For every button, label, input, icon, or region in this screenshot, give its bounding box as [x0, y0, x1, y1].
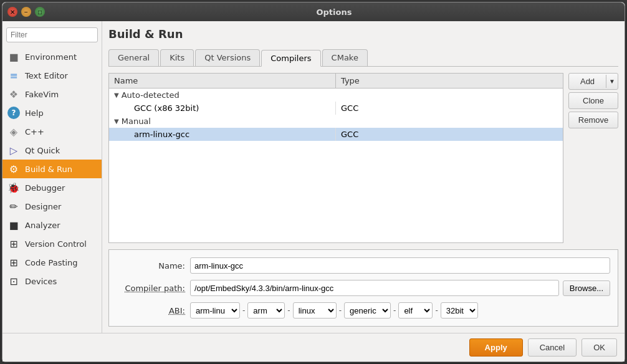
detail-form: Name: Compiler path: Browse... ABI: arm-… [108, 249, 618, 327]
sidebar-item-environment[interactable]: ■ Environment [2, 47, 102, 66]
table-row-selected[interactable]: arm-linux-gcc GCC [109, 128, 563, 141]
sidebar-item-fakevim[interactable]: ❖ FakeVim [2, 85, 102, 103]
tab-qt-versions[interactable]: Qt Versions [195, 49, 260, 66]
compiler-name-selected: arm-linux-gcc [109, 128, 336, 141]
sidebar-item-build-run[interactable]: ⚙ Build & Run [2, 160, 102, 178]
sidebar-item-label: Designer [25, 202, 61, 211]
triangle-icon: ▼ [114, 92, 119, 98]
sidebar-item-code-pasting[interactable]: ⊞ Code Pasting [2, 253, 102, 272]
footer: Apply Cancel OK [2, 333, 625, 362]
code-pasting-icon: ⊞ [7, 256, 20, 269]
abi-sep-2: - [287, 306, 290, 315]
main-area: Build & Run General Kits Qt Versions Com… [102, 21, 625, 333]
minimize-button[interactable]: − [21, 7, 31, 17]
compiler-table: Name Type ▼ Auto-detected GCC (x86 32bit… [108, 73, 563, 243]
add-label: Add [569, 74, 606, 89]
name-input[interactable] [190, 257, 610, 274]
sidebar-item-label: Analyzer [25, 221, 60, 230]
title-bar: ✕ − □ Options [2, 2, 625, 21]
browse-button[interactable]: Browse... [563, 280, 610, 296]
sidebar-item-qt-quick[interactable]: ▷ Qt Quick [2, 141, 102, 160]
tab-general[interactable]: General [108, 49, 159, 66]
fakevim-icon: ❖ [7, 88, 20, 100]
clone-button[interactable]: Clone [568, 92, 618, 109]
sidebar-item-devices[interactable]: ⊡ Devices [2, 272, 102, 290]
debugger-icon: 🐞 [7, 181, 20, 194]
compiler-type-selected: GCC [336, 128, 563, 141]
filter-box[interactable] [6, 27, 98, 42]
close-button[interactable]: ✕ [7, 7, 17, 17]
version-control-icon: ⊞ [7, 237, 20, 250]
sidebar-item-designer[interactable]: ✏ Designer [2, 197, 102, 216]
abi-width-select[interactable]: 32bit [441, 302, 478, 318]
compiler-table-section: Name Type ▼ Auto-detected GCC (x86 32bit… [108, 73, 563, 243]
add-arrow-icon: ▼ [606, 75, 618, 88]
designer-icon: ✏ [7, 200, 20, 213]
sidebar-item-analyzer[interactable]: ■ Analyzer [2, 216, 102, 234]
section-manual: ▼ Manual [109, 115, 563, 128]
sidebar-item-label: Debugger [25, 183, 65, 193]
section-auto-detected: ▼ Auto-detected [109, 89, 563, 102]
compiler-path-input[interactable] [190, 280, 559, 296]
tab-kits[interactable]: Kits [160, 49, 194, 66]
abi-sep-4: - [393, 306, 396, 315]
sidebar-item-debugger[interactable]: 🐞 Debugger [2, 178, 102, 197]
ok-button[interactable]: OK [582, 338, 617, 357]
page-title: Build & Run [108, 27, 618, 41]
tab-compilers[interactable]: Compilers [261, 50, 320, 67]
compiler-path-row: Compiler path: Browse... [117, 280, 610, 296]
build-run-icon: ⚙ [7, 163, 20, 175]
abi-sep-3: - [339, 306, 342, 315]
compiler-name: GCC (x86 32bit) [109, 102, 336, 115]
name-row: Name: [117, 257, 610, 274]
sidebar-item-label: Build & Run [25, 165, 72, 174]
compiler-type: GCC [336, 102, 563, 115]
cancel-button[interactable]: Cancel [528, 338, 577, 357]
sidebar-item-label: Text Editor [25, 71, 68, 80]
table-header: Name Type [109, 74, 563, 89]
text-editor-icon: ≡ [7, 69, 20, 82]
sidebar-item-label: Environment [25, 52, 77, 62]
compiler-buttons: Add ▼ Clone Remove [568, 73, 618, 243]
tab-cmake[interactable]: CMake [322, 49, 368, 66]
sidebar-item-text-editor[interactable]: ≡ Text Editor [2, 66, 102, 85]
sidebar-item-label: FakeVim [25, 90, 59, 99]
abi-format-select[interactable]: elf [398, 302, 433, 318]
triangle-icon: ▼ [114, 118, 119, 125]
qt-quick-icon: ▷ [7, 144, 20, 156]
abi-arch-select[interactable]: arm-linu [190, 302, 240, 318]
add-button[interactable]: Add ▼ [568, 73, 618, 90]
tab-content-compilers: Name Type ▼ Auto-detected GCC (x86 32bit… [108, 73, 618, 243]
abi-os-select[interactable]: arm [247, 302, 285, 318]
sidebar-item-label: C++ [25, 127, 44, 136]
table-row[interactable]: GCC (x86 32bit) GCC [109, 102, 563, 115]
filter-input[interactable] [6, 27, 98, 42]
abi-flavor-select[interactable]: linux [293, 302, 337, 318]
analyzer-icon: ■ [7, 219, 20, 231]
sidebar-item-cpp[interactable]: ◈ C++ [2, 122, 102, 141]
sidebar-item-label: Version Control [25, 239, 87, 249]
remove-button[interactable]: Remove [568, 112, 618, 128]
apply-button[interactable]: Apply [469, 338, 523, 357]
abi-variant-select[interactable]: generic [344, 302, 391, 318]
sidebar-item-label: Code Pasting [25, 258, 78, 267]
sidebar-item-version-control[interactable]: ⊞ Version Control [2, 234, 102, 253]
abi-row: ABI: arm-linu - arm - linux - [117, 302, 610, 318]
name-label: Name: [117, 261, 185, 271]
abi-label: ABI: [117, 306, 185, 315]
sidebar: ■ Environment ≡ Text Editor ❖ FakeVim ? … [2, 21, 102, 333]
options-window: ✕ − □ Options ■ Environment ≡ Text Edito… [2, 2, 625, 362]
sidebar-item-help[interactable]: ? Help [2, 103, 102, 122]
tabs: General Kits Qt Versions Compilers CMake [108, 49, 618, 67]
column-type: Type [336, 74, 563, 88]
compiler-path-label: Compiler path: [117, 284, 185, 293]
abi-sep-5: - [435, 306, 438, 315]
path-row: Browse... [190, 280, 610, 296]
help-icon: ? [7, 107, 20, 119]
environment-icon: ■ [7, 50, 20, 63]
main-content: ■ Environment ≡ Text Editor ❖ FakeVim ? … [2, 21, 625, 333]
sidebar-item-label: Devices [25, 277, 57, 286]
cpp-icon: ◈ [7, 125, 20, 138]
window-title: Options [49, 7, 620, 17]
maximize-button[interactable]: □ [35, 7, 45, 17]
